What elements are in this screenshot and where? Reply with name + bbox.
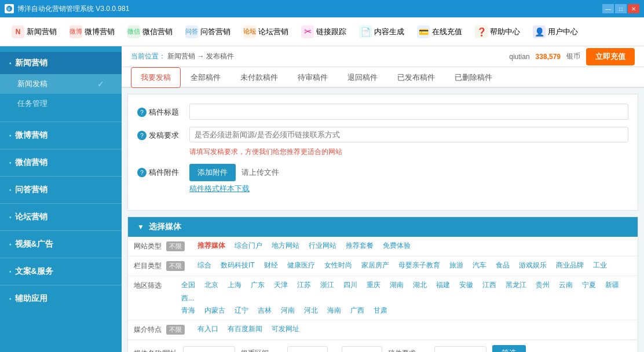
nav-weibo[interactable]: 微博 微博营销 xyxy=(64,23,120,41)
feat-baidu[interactable]: 有百度新闻 xyxy=(225,324,265,335)
sidebar-subitem-task-mgmt[interactable]: 任务管理 xyxy=(0,94,122,113)
sidebar-item-video[interactable]: • 视频&广告 xyxy=(0,233,122,255)
tab-published[interactable]: 已发布稿件 xyxy=(387,67,445,88)
reg-xj[interactable]: 新疆 xyxy=(603,280,621,291)
col-home[interactable]: 家居房产 xyxy=(359,260,391,271)
reg-all[interactable]: 全国 xyxy=(179,280,197,291)
reg-tj[interactable]: 天津 xyxy=(272,280,290,291)
tab-pending[interactable]: 待审稿件 xyxy=(288,67,338,88)
reg-ah[interactable]: 安徽 xyxy=(457,280,475,291)
reg-hain[interactable]: 海南 xyxy=(325,305,343,316)
download-link[interactable]: 稿件格式样本下载 xyxy=(189,184,628,194)
reg-zj[interactable]: 浙江 xyxy=(318,280,336,291)
minimize-button[interactable]: — xyxy=(602,4,614,13)
reg-heb[interactable]: 河北 xyxy=(302,305,320,316)
reg-gx[interactable]: 广西 xyxy=(348,305,367,316)
col-female[interactable]: 女性时尚 xyxy=(322,260,354,271)
sidebar-item-forum[interactable]: • 论坛营销 xyxy=(0,206,122,228)
reg-fj[interactable]: 福建 xyxy=(434,280,452,291)
feat-entrance[interactable]: 有入口 xyxy=(195,324,221,335)
col-food[interactable]: 食品 xyxy=(493,260,512,271)
top-bar: 当前位置： 新闻营销 → 发布稿件 qiutian 338,579 银币 立即充… xyxy=(122,46,644,67)
coins-to-input[interactable] xyxy=(342,346,382,352)
reg-nx[interactable]: 宁夏 xyxy=(580,280,598,291)
reg-jx[interactable]: 江西 xyxy=(480,280,499,291)
requirements-input[interactable] xyxy=(189,127,628,142)
tab-rejected[interactable]: 退回稿件 xyxy=(338,67,387,88)
sidebar-item-weixin[interactable]: • 微信营销 xyxy=(0,152,122,174)
feat-url[interactable]: 可发网址 xyxy=(269,324,302,335)
nav-link-label: 链接跟踪 xyxy=(316,27,346,37)
sidebar-item-qa[interactable]: • 问答营销 xyxy=(0,179,122,201)
col-brand[interactable]: 商业品牌 xyxy=(554,260,586,271)
add-attachment-button[interactable]: 添加附件 xyxy=(189,164,236,181)
nav-help[interactable]: ❓ 帮助中心 xyxy=(469,23,526,41)
window-controls[interactable]: — □ ✕ xyxy=(602,4,639,13)
filter-recommend[interactable]: 推荐媒体 xyxy=(195,240,228,251)
col-all[interactable]: 综合 xyxy=(195,260,214,271)
filter-local[interactable]: 地方网站 xyxy=(269,240,302,251)
req-filter-input[interactable] xyxy=(434,346,486,352)
col-industry2[interactable]: 工业 xyxy=(591,260,609,271)
col-tech[interactable]: 数码科技IT xyxy=(218,260,257,271)
maximize-button[interactable]: □ xyxy=(615,4,627,13)
title-input[interactable] xyxy=(189,104,628,120)
sidebar-divider-1 xyxy=(0,122,122,122)
filter-free[interactable]: 免费体验 xyxy=(380,240,413,251)
nav-forum[interactable]: 论坛 论坛营销 xyxy=(237,23,294,41)
col-auto[interactable]: 汽车 xyxy=(470,260,489,271)
filter-button[interactable]: 筛选 xyxy=(492,345,526,352)
filter-package[interactable]: 推荐套餐 xyxy=(343,240,376,251)
nav-link[interactable]: ✂ 链接跟踪 xyxy=(295,23,352,41)
reg-cq[interactable]: 重庆 xyxy=(364,280,383,291)
reg-sh[interactable]: 上海 xyxy=(225,280,244,291)
coins-from-input[interactable] xyxy=(287,346,328,352)
reg-hb[interactable]: 湖北 xyxy=(411,280,429,291)
title-bar: B 博洋自动化营销管理系统 V3.0.0.981 — □ ✕ xyxy=(0,0,644,17)
close-button[interactable]: ✕ xyxy=(628,4,639,13)
nav-content[interactable]: 📄 内容生成 xyxy=(353,23,410,41)
tab-post[interactable]: 我要发稿 xyxy=(131,67,181,88)
sidebar-subitem-news-post[interactable]: 新闻发稿 ✓ xyxy=(0,74,122,94)
filter-portal[interactable]: 综合门户 xyxy=(232,240,265,251)
nav-charge-label: 在线充值 xyxy=(432,27,462,37)
coins-filter-label: 银币区间 xyxy=(241,349,281,353)
nav-charge[interactable]: 💳 在线充值 xyxy=(411,23,468,41)
reg-sc[interactable]: 四川 xyxy=(341,280,360,291)
reg-bj[interactable]: 北京 xyxy=(202,280,221,291)
name-filter-input[interactable] xyxy=(183,346,235,352)
reg-yn[interactable]: 云南 xyxy=(557,280,575,291)
reg-js[interactable]: 江苏 xyxy=(295,280,313,291)
reg-qh[interactable]: 青海 xyxy=(179,305,197,316)
sidebar-item-news[interactable]: • 新闻营销 xyxy=(0,52,122,74)
reg-hn[interactable]: 湖南 xyxy=(387,280,406,291)
reg-jl[interactable]: 吉林 xyxy=(255,305,274,316)
nav-user[interactable]: 👤 用户中心 xyxy=(527,23,584,41)
col-health[interactable]: 健康医疗 xyxy=(285,260,317,271)
col-game[interactable]: 游戏娱乐 xyxy=(517,260,549,271)
charge-button[interactable]: 立即充值 xyxy=(586,48,635,65)
nav-news[interactable]: N 新闻营销 xyxy=(6,23,63,41)
tab-unpaid[interactable]: 未付款稿件 xyxy=(230,67,288,88)
reg-gd[interactable]: 广东 xyxy=(248,280,267,291)
reg-xi[interactable]: 西... xyxy=(179,293,196,304)
reg-gs[interactable]: 甘肃 xyxy=(371,305,390,316)
sidebar-item-aux[interactable]: • 辅助应用 xyxy=(0,288,122,310)
col-finance[interactable]: 财经 xyxy=(262,260,280,271)
col-babyedu[interactable]: 母婴亲子教育 xyxy=(396,260,442,271)
nav-qa[interactable]: 问答 问答营销 xyxy=(180,23,236,41)
sidebar-divider-3 xyxy=(0,176,122,177)
col-travel[interactable]: 旅游 xyxy=(447,260,466,271)
reg-hlj[interactable]: 黑龙江 xyxy=(503,280,529,291)
reg-gz[interactable]: 贵州 xyxy=(533,280,552,291)
tab-all[interactable]: 全部稿件 xyxy=(181,67,230,88)
sidebar-item-weibo[interactable]: • 微博营销 xyxy=(0,124,122,146)
reg-hena[interactable]: 河南 xyxy=(279,305,297,316)
nav-help-label: 帮助中心 xyxy=(490,27,520,37)
filter-industry[interactable]: 行业网站 xyxy=(306,240,339,251)
nav-weixin[interactable]: 微信 微信营销 xyxy=(122,23,178,41)
reg-nm[interactable]: 内蒙古 xyxy=(202,305,228,316)
reg-ln[interactable]: 辽宁 xyxy=(232,305,251,316)
sidebar-item-copy[interactable]: • 文案&服务 xyxy=(0,261,122,283)
tab-deleted[interactable]: 已删除稿件 xyxy=(445,67,502,88)
